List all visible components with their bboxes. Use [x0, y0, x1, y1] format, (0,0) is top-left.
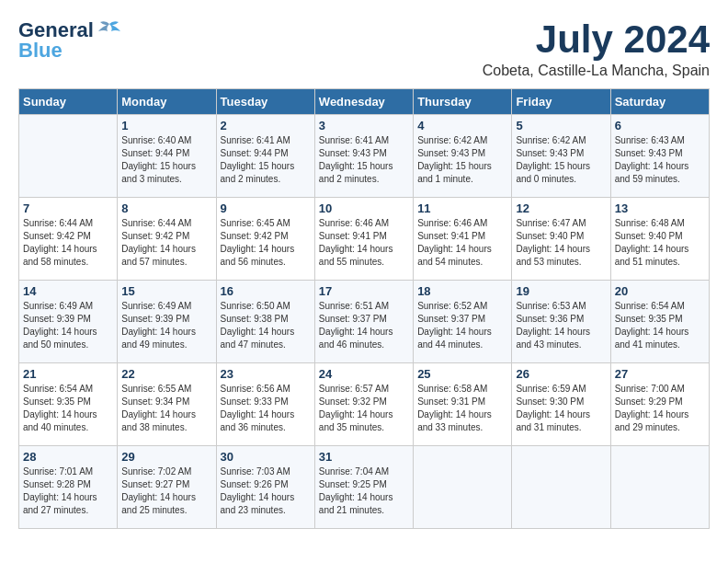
day-number: 5 [516, 119, 606, 132]
header-monday: Monday [118, 89, 216, 115]
day-info: Sunrise: 6:49 AM Sunset: 9:39 PM Dayligh… [23, 300, 113, 351]
day-info: Sunrise: 6:44 AM Sunset: 9:42 PM Dayligh… [23, 217, 113, 269]
calendar-cell: 5Sunrise: 6:42 AM Sunset: 9:43 PM Daylig… [512, 115, 610, 198]
calendar-cell: 7Sunrise: 6:44 AM Sunset: 9:42 PM Daylig… [19, 198, 118, 281]
day-number: 25 [417, 367, 507, 381]
calendar-cell: 8Sunrise: 6:44 AM Sunset: 9:42 PM Daylig… [118, 198, 216, 281]
day-number: 27 [615, 367, 705, 381]
day-info: Sunrise: 6:41 AM Sunset: 9:43 PM Dayligh… [319, 134, 409, 186]
day-info: Sunrise: 6:50 AM Sunset: 9:38 PM Dayligh… [221, 300, 311, 351]
day-info: Sunrise: 6:40 AM Sunset: 9:44 PM Dayligh… [121, 134, 211, 186]
day-number: 9 [221, 201, 311, 215]
calendar-week-row: 21Sunrise: 6:54 AM Sunset: 9:35 PM Dayli… [19, 363, 710, 446]
calendar-cell: 23Sunrise: 6:56 AM Sunset: 9:33 PM Dayli… [216, 363, 314, 446]
calendar-cell: 1Sunrise: 6:40 AM Sunset: 9:44 PM Daylig… [118, 115, 216, 198]
calendar-cell: 31Sunrise: 7:04 AM Sunset: 9:25 PM Dayli… [314, 446, 413, 529]
header-saturday: Saturday [610, 89, 709, 115]
day-number: 22 [121, 367, 211, 381]
calendar-cell: 12Sunrise: 6:47 AM Sunset: 9:40 PM Dayli… [512, 198, 610, 281]
calendar-week-row: 28Sunrise: 7:01 AM Sunset: 9:28 PM Dayli… [19, 446, 710, 529]
day-number: 3 [319, 119, 409, 132]
calendar-cell: 9Sunrise: 6:45 AM Sunset: 9:42 PM Daylig… [216, 198, 314, 281]
day-number: 17 [319, 284, 409, 298]
day-number: 6 [615, 119, 705, 132]
calendar-cell: 6Sunrise: 6:43 AM Sunset: 9:43 PM Daylig… [610, 115, 709, 198]
day-info: Sunrise: 6:49 AM Sunset: 9:39 PM Dayligh… [121, 300, 211, 351]
calendar-cell: 30Sunrise: 7:03 AM Sunset: 9:26 PM Dayli… [216, 446, 314, 529]
day-info: Sunrise: 7:01 AM Sunset: 9:28 PM Dayligh… [23, 465, 113, 517]
calendar-header-row: SundayMondayTuesdayWednesdayThursdayFrid… [19, 89, 710, 115]
calendar-cell: 25Sunrise: 6:58 AM Sunset: 9:31 PM Dayli… [414, 363, 512, 446]
day-number: 11 [417, 201, 507, 215]
day-info: Sunrise: 6:54 AM Sunset: 9:35 PM Dayligh… [615, 300, 705, 351]
day-number: 8 [121, 201, 211, 215]
day-info: Sunrise: 7:03 AM Sunset: 9:26 PM Dayligh… [221, 465, 311, 517]
day-info: Sunrise: 6:57 AM Sunset: 9:32 PM Dayligh… [319, 383, 409, 434]
calendar-cell: 29Sunrise: 7:02 AM Sunset: 9:27 PM Dayli… [118, 446, 216, 529]
day-info: Sunrise: 6:58 AM Sunset: 9:31 PM Dayligh… [417, 383, 507, 434]
day-info: Sunrise: 6:53 AM Sunset: 9:36 PM Dayligh… [516, 300, 606, 351]
day-info: Sunrise: 6:42 AM Sunset: 9:43 PM Dayligh… [516, 134, 606, 186]
day-info: Sunrise: 6:56 AM Sunset: 9:33 PM Dayligh… [221, 383, 311, 434]
day-number: 1 [121, 119, 211, 132]
title-block: July 2024 Cobeta, Castille-La Mancha, Sp… [483, 18, 710, 79]
day-number: 12 [516, 201, 606, 215]
day-number: 21 [23, 367, 113, 381]
header-thursday: Thursday [414, 89, 512, 115]
calendar-cell: 16Sunrise: 6:50 AM Sunset: 9:38 PM Dayli… [216, 281, 314, 363]
calendar-cell: 21Sunrise: 6:54 AM Sunset: 9:35 PM Dayli… [19, 363, 118, 446]
day-number: 26 [516, 367, 606, 381]
day-info: Sunrise: 6:42 AM Sunset: 9:43 PM Dayligh… [417, 134, 507, 186]
day-info: Sunrise: 6:46 AM Sunset: 9:41 PM Dayligh… [319, 217, 409, 269]
day-number: 28 [23, 450, 113, 464]
calendar-cell: 4Sunrise: 6:42 AM Sunset: 9:43 PM Daylig… [414, 115, 512, 198]
day-number: 10 [319, 201, 409, 215]
header-wednesday: Wednesday [314, 89, 413, 115]
calendar-cell [19, 115, 118, 198]
calendar-cell [610, 446, 709, 529]
day-number: 19 [516, 284, 606, 298]
day-info: Sunrise: 6:52 AM Sunset: 9:37 PM Dayligh… [417, 300, 507, 351]
calendar-cell: 14Sunrise: 6:49 AM Sunset: 9:39 PM Dayli… [19, 281, 118, 363]
calendar-week-row: 1Sunrise: 6:40 AM Sunset: 9:44 PM Daylig… [19, 115, 710, 198]
calendar-cell: 13Sunrise: 6:48 AM Sunset: 9:40 PM Dayli… [610, 198, 709, 281]
logo-bird-icon [97, 20, 122, 40]
day-info: Sunrise: 6:47 AM Sunset: 9:40 PM Dayligh… [516, 217, 606, 269]
calendar-cell: 3Sunrise: 6:41 AM Sunset: 9:43 PM Daylig… [314, 115, 413, 198]
day-number: 30 [221, 450, 311, 464]
day-info: Sunrise: 6:48 AM Sunset: 9:40 PM Dayligh… [615, 217, 705, 269]
calendar-cell: 27Sunrise: 7:00 AM Sunset: 9:29 PM Dayli… [610, 363, 709, 446]
day-info: Sunrise: 7:00 AM Sunset: 9:29 PM Dayligh… [615, 383, 705, 434]
day-number: 18 [417, 284, 507, 298]
calendar-cell: 18Sunrise: 6:52 AM Sunset: 9:37 PM Dayli… [414, 281, 512, 363]
calendar-cell: 22Sunrise: 6:55 AM Sunset: 9:34 PM Dayli… [118, 363, 216, 446]
day-number: 15 [121, 284, 211, 298]
day-number: 31 [319, 450, 409, 464]
calendar-cell: 2Sunrise: 6:41 AM Sunset: 9:44 PM Daylig… [216, 115, 314, 198]
header-sunday: Sunday [19, 89, 118, 115]
header-friday: Friday [512, 89, 610, 115]
logo-blue: Blue [18, 39, 63, 63]
calendar-cell: 28Sunrise: 7:01 AM Sunset: 9:28 PM Dayli… [19, 446, 118, 529]
day-info: Sunrise: 6:45 AM Sunset: 9:42 PM Dayligh… [221, 217, 311, 269]
day-info: Sunrise: 6:43 AM Sunset: 9:43 PM Dayligh… [615, 134, 705, 186]
calendar-cell: 19Sunrise: 6:53 AM Sunset: 9:36 PM Dayli… [512, 281, 610, 363]
calendar-cell [512, 446, 610, 529]
calendar-cell: 11Sunrise: 6:46 AM Sunset: 9:41 PM Dayli… [414, 198, 512, 281]
day-info: Sunrise: 6:44 AM Sunset: 9:42 PM Dayligh… [121, 217, 211, 269]
calendar-cell: 15Sunrise: 6:49 AM Sunset: 9:39 PM Dayli… [118, 281, 216, 363]
location-subtitle: Cobeta, Castille-La Mancha, Spain [483, 63, 710, 79]
calendar-cell: 26Sunrise: 6:59 AM Sunset: 9:30 PM Dayli… [512, 363, 610, 446]
calendar-week-row: 14Sunrise: 6:49 AM Sunset: 9:39 PM Dayli… [19, 281, 710, 363]
day-info: Sunrise: 6:46 AM Sunset: 9:41 PM Dayligh… [417, 217, 507, 269]
day-number: 7 [23, 201, 113, 215]
day-info: Sunrise: 6:54 AM Sunset: 9:35 PM Dayligh… [23, 383, 113, 434]
calendar-table: SundayMondayTuesdayWednesdayThursdayFrid… [18, 88, 710, 529]
day-number: 20 [615, 284, 705, 298]
calendar-week-row: 7Sunrise: 6:44 AM Sunset: 9:42 PM Daylig… [19, 198, 710, 281]
day-number: 24 [319, 367, 409, 381]
calendar-cell: 17Sunrise: 6:51 AM Sunset: 9:37 PM Dayli… [314, 281, 413, 363]
day-info: Sunrise: 7:04 AM Sunset: 9:25 PM Dayligh… [319, 465, 409, 517]
page-header: General Blue July 2024 Cobeta, Castille-… [18, 18, 710, 79]
day-number: 16 [221, 284, 311, 298]
